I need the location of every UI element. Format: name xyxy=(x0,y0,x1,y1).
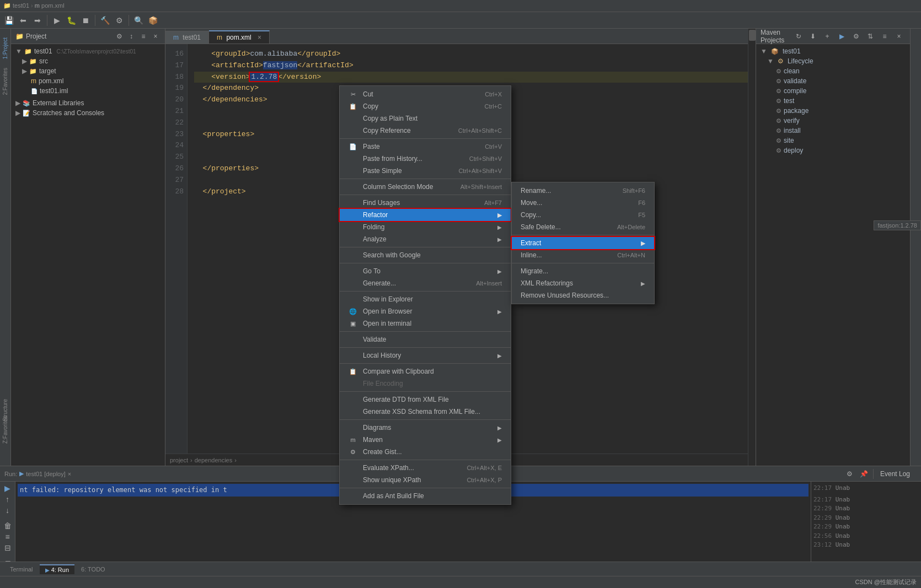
editor-tab-pom[interactable]: m pom.xml × xyxy=(209,30,270,44)
cm-copy-plain[interactable]: Copy as Plain Text xyxy=(340,112,511,125)
cm-search-google[interactable]: Search with Google xyxy=(340,249,511,261)
cm-local-history[interactable]: Local History ▶ xyxy=(340,349,511,362)
toolbar-settings[interactable]: ⚙ xyxy=(113,14,126,27)
cm-open-terminal[interactable]: ▣ Open in terminal xyxy=(340,317,511,330)
cm-ant-build[interactable]: Add as Ant Build File xyxy=(340,490,511,502)
cm-create-gist[interactable]: ⚙ Create Gist... xyxy=(340,446,511,458)
project-gear-btn[interactable]: ≡ xyxy=(138,31,148,41)
cm-cut[interactable]: ✂ Cut Ctrl+X xyxy=(340,88,511,100)
cm-paste-history[interactable]: Paste from History... Ctrl+Shift+V xyxy=(340,153,511,165)
cm-show-xpath[interactable]: Show unique XPath Ctrl+Alt+X, P xyxy=(340,474,511,486)
project-close-btn[interactable]: × xyxy=(151,31,160,41)
sm-safe-delete[interactable]: Safe Delete... Alt+Delete xyxy=(512,221,654,233)
maven-project-test01[interactable]: ▼ 📦 test01 xyxy=(756,46,910,56)
maven-add-btn[interactable]: + xyxy=(821,30,834,43)
tree-item-scratches[interactable]: ▶ 📝 Scratches and Consoles xyxy=(11,108,165,118)
run-settings-btn[interactable]: ⚙ xyxy=(843,467,856,481)
toolbar-run[interactable]: ▶ xyxy=(50,14,63,27)
run-clear-btn[interactable]: 🗑 xyxy=(1,521,14,530)
tree-item-iml[interactable]: 📄 test01.iml xyxy=(11,86,165,96)
cm-open-browser[interactable]: 🌐 Open in Browser ▶ xyxy=(340,305,511,317)
z-favorites-toggle[interactable]: Z:Favorites xyxy=(2,416,8,444)
editor-tab-test01[interactable]: m test01 xyxy=(165,31,209,44)
tree-item-target[interactable]: ▶ 📁 target xyxy=(11,66,165,76)
project-panel-toggle[interactable]: 1:Project xyxy=(1,33,9,63)
cm-column-mode[interactable]: Column Selection Mode Alt+Shift+Insert xyxy=(340,181,511,193)
sm-xml-refactoring[interactable]: XML Refactorings ▶ xyxy=(512,277,654,289)
maven-refresh-btn[interactable]: ↻ xyxy=(792,30,805,43)
cm-maven[interactable]: m Maven ▶ xyxy=(340,434,511,446)
tree-item-ext-libs[interactable]: ▶ 📚 External Libraries xyxy=(11,98,165,108)
cm-copy-ref[interactable]: Copy Reference Ctrl+Alt+Shift+C xyxy=(340,125,511,137)
cm-refactor[interactable]: Refactor ▶ xyxy=(340,209,511,221)
tree-item-test01[interactable]: ▼ 📁 test01 C:\ZTools\mavenprojrct02\test… xyxy=(11,46,165,56)
maven-package[interactable]: ⚙ package xyxy=(756,106,910,116)
run-pin-btn[interactable]: 📌 xyxy=(858,467,871,481)
toolbar-fwd[interactable]: ➡ xyxy=(31,14,44,27)
tree-item-pom[interactable]: m pom.xml xyxy=(11,76,165,86)
cm-dtd[interactable]: Generate DTD from XML File xyxy=(340,393,511,406)
maven-more-btn[interactable]: ≡ xyxy=(878,30,891,43)
run-tab[interactable]: ▶ 4: Run xyxy=(40,564,74,574)
tree-item-src[interactable]: ▶ 📁 src xyxy=(11,56,165,66)
sm-migrate[interactable]: Migrate... xyxy=(512,265,654,277)
sm-extract[interactable]: Extract ▶ xyxy=(512,237,654,249)
maven-download-btn[interactable]: ⬇ xyxy=(806,30,820,43)
maven-lifecycle-group[interactable]: ▼ ⚙ Lifecycle xyxy=(756,56,910,66)
cm-diagrams[interactable]: Diagrams ▶ xyxy=(340,422,511,434)
toolbar-build[interactable]: 🔨 xyxy=(98,14,111,27)
sm-rename[interactable]: Rename... Shift+F6 xyxy=(512,185,654,197)
maven-deploy[interactable]: ⚙ deploy xyxy=(756,145,910,155)
sm-remove-unused[interactable]: Remove Unused Resources... xyxy=(512,289,654,301)
run-down-btn[interactable]: ↓ xyxy=(1,506,14,515)
maven-clean[interactable]: ⚙ clean xyxy=(756,66,910,76)
close-pom-tab[interactable]: × xyxy=(258,34,261,41)
cm-paste[interactable]: 📄 Paste Ctrl+V xyxy=(340,141,511,153)
maven-test[interactable]: ⚙ test xyxy=(756,96,910,106)
close-run-btn[interactable]: × xyxy=(68,471,71,477)
maven-close-btn[interactable]: × xyxy=(892,30,906,43)
cm-show-explorer[interactable]: Show in Explorer xyxy=(340,293,511,305)
run-up-btn[interactable]: ↑ xyxy=(1,495,14,504)
cm-compare-clipboard[interactable]: 📋 Compare with Clipboard xyxy=(340,365,511,377)
maven-collapse-btn[interactable]: ⇅ xyxy=(864,30,877,43)
toolbar-debug[interactable]: 🐛 xyxy=(65,14,78,27)
toolbar-stop[interactable]: ⏹ xyxy=(79,14,92,27)
terminal-tab[interactable]: Terminal xyxy=(4,565,39,574)
maven-install[interactable]: ⚙ install xyxy=(756,126,910,136)
maven-compile[interactable]: ⚙ compile xyxy=(756,86,910,96)
run-again-btn[interactable]: ▶ xyxy=(1,484,14,493)
cm-paste-simple[interactable]: Paste Simple Ctrl+Alt+Shift+V xyxy=(340,165,511,177)
maven-run-btn[interactable]: ▶ xyxy=(835,30,848,43)
maven-validate[interactable]: ⚙ validate xyxy=(756,76,910,86)
sm-move[interactable]: Move... F6 xyxy=(512,197,654,209)
cm-goto[interactable]: Go To ▶ xyxy=(340,265,511,277)
editor-scrollbar[interactable] xyxy=(748,29,756,466)
toolbar-back[interactable]: ⬅ xyxy=(17,14,30,27)
toolbar-search[interactable]: 🔍 xyxy=(132,14,145,27)
maven-settings-btn[interactable]: ⚙ xyxy=(849,30,863,43)
maven-verify[interactable]: ⚙ verify xyxy=(756,116,910,126)
toolbar-save[interactable]: 💾 xyxy=(2,14,15,27)
cm-xsd[interactable]: Generate XSD Schema from XML File... xyxy=(340,406,511,418)
cm-generate[interactable]: Generate... Alt+Insert xyxy=(340,277,511,289)
run-format-btn[interactable]: ≡ xyxy=(1,532,14,541)
sm-copy[interactable]: Copy... F5 xyxy=(512,209,654,221)
cm-evaluate-xpath[interactable]: Evaluate XPath... Ctrl+Alt+X, E xyxy=(340,462,511,474)
maven-site[interactable]: ⚙ site xyxy=(756,136,910,145)
cm-analyze[interactable]: Analyze ▶ xyxy=(340,233,511,245)
scroll-thumb[interactable] xyxy=(749,30,756,41)
toolbar-git[interactable]: 📦 xyxy=(146,14,159,27)
cm-find-usages[interactable]: Find Usages Alt+F7 xyxy=(340,197,511,209)
sm-inline[interactable]: Inline... Ctrl+Alt+N xyxy=(512,249,654,261)
cm-folding[interactable]: Folding ▶ xyxy=(340,221,511,233)
event-log-tab[interactable]: Event Log xyxy=(873,469,917,479)
todo-tab[interactable]: 6: TODO xyxy=(76,565,111,574)
project-settings-btn[interactable]: ⚙ xyxy=(114,31,124,41)
project-sync-btn[interactable]: ↕ xyxy=(126,31,136,41)
favorites-panel-toggle[interactable]: 2:Favorites xyxy=(1,63,9,99)
cm-copy[interactable]: 📋 Copy Ctrl+C xyxy=(340,100,511,112)
cm-validate[interactable]: Validate xyxy=(340,333,511,346)
cm-file-encoding[interactable]: File Encoding xyxy=(340,377,511,390)
run-fold-btn[interactable]: ⊟ xyxy=(1,543,14,552)
